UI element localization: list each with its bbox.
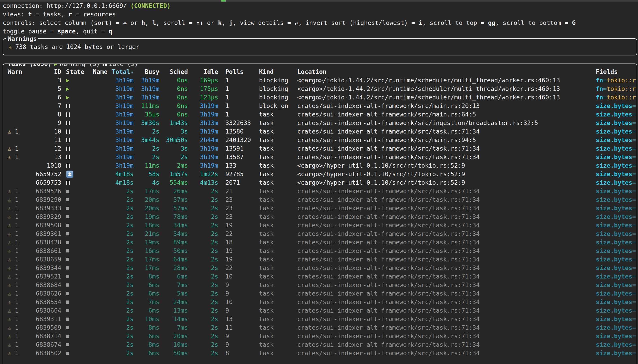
- cell-location: crates/sui-indexer-alt-framework/src/tas…: [293, 238, 591, 247]
- task-row[interactable]: 3▶3h19m3h19m0ns169µs1blocking<cargo>/tok…: [3, 76, 637, 84]
- cell-warn: ⚠ 1: [3, 187, 23, 196]
- field-key: size.bytes: [596, 102, 632, 109]
- cell-idle: 2s: [190, 264, 221, 272]
- task-row[interactable]: ⚠ 168395262s17ms26ms2s21taskcrates/sui-i…: [3, 187, 637, 196]
- cell-busy: 111ms: [136, 102, 162, 110]
- task-row[interactable]: 93h19m3m30s1m43s3h13m3322633taskcrates/s…: [3, 119, 637, 127]
- task-row[interactable]: ⚠ 1123h19m2s3s3h19m13591taskcrates/sui-i…: [3, 144, 637, 153]
- tasks-panel: Tasks (2056) ▶ Running (3) Idle (9) Warn…: [3, 64, 637, 364]
- cell-task-id: 6838659: [23, 255, 63, 264]
- cell-idle: 3h19m: [190, 110, 221, 119]
- task-row[interactable]: ⚠ 168393332s20ms57ms2s23taskcrates/sui-i…: [3, 204, 637, 212]
- task-row[interactable]: ⚠ 1103h19m2s3s3h19m13580taskcrates/sui-i…: [3, 127, 637, 136]
- task-row[interactable]: ⚠ 168386642s6ms13ms2s9taskcrates/sui-ind…: [3, 306, 637, 315]
- cell-busy: 3m30s: [136, 119, 162, 127]
- cell-polls: 23: [221, 212, 254, 221]
- cell-kind: block_on: [254, 102, 293, 110]
- cell-sched: 89ms: [162, 238, 190, 247]
- cell-kind: task: [254, 204, 293, 212]
- column-header-total[interactable]: Total▿: [110, 68, 136, 76]
- task-row[interactable]: 66597524m18s58s1m57s1m22s92785task<cargo…: [3, 170, 637, 178]
- task-row[interactable]: 66597534m18s4s554ms4m13s2071task<cargo>/…: [3, 178, 637, 187]
- cell-state: [63, 127, 90, 136]
- cell-fields: size.bytes=: [591, 281, 637, 289]
- tasks-panel-title: Tasks (2056): [8, 64, 52, 68]
- task-row[interactable]: 10183h19m11ms2ms3h19m133task<cargo>/hype…: [3, 161, 637, 170]
- field-key: size.bytes: [596, 307, 632, 314]
- column-header-fields[interactable]: Fields: [591, 68, 637, 76]
- cell-idle: 2s: [190, 289, 221, 298]
- cell-sched: 3s: [162, 144, 190, 153]
- task-row[interactable]: ⚠ 168395212s8ms6ms2s10taskcrates/sui-ind…: [3, 272, 637, 281]
- cell-fields: size.bytes=: [591, 349, 637, 358]
- field-key: size.bytes: [596, 154, 632, 160]
- field-key: fn: [596, 94, 603, 101]
- cell-warn: ⚠ 1: [3, 332, 23, 340]
- cell-state: [63, 264, 90, 272]
- cell-kind: task: [254, 153, 293, 161]
- task-row[interactable]: ⚠ 168393442s17ms28ms2s22taskcrates/sui-i…: [3, 264, 637, 272]
- cell-location: crates/sui-indexer-alt-framework/src/mai…: [293, 102, 591, 110]
- cell-sched: 20ms: [162, 332, 190, 340]
- cell-busy: 19ms: [136, 212, 162, 221]
- cell-name: [90, 281, 110, 289]
- warning-triangle-icon: ⚠: [8, 307, 11, 314]
- warning-triangle-icon: ⚠: [8, 213, 11, 220]
- task-row[interactable]: ⚠ 168385022s6ms50ms2s8taskcrates/sui-ind…: [3, 349, 637, 358]
- warning-triangle-icon: ⚠: [8, 43, 12, 51]
- cell-total: 2s: [110, 264, 136, 272]
- task-row[interactable]: ⚠ 168395082s18ms34ms2s19taskcrates/sui-i…: [3, 221, 637, 230]
- running-play-icon: ▶: [54, 64, 58, 68]
- state-idle-pause-icon: [66, 104, 70, 108]
- task-row[interactable]: ⚠ 168392902s20ms37ms2s23taskcrates/sui-i…: [3, 196, 637, 204]
- cell-task-id: 6839301: [23, 230, 63, 238]
- task-row[interactable]: 6▶3h19m3h19m0ns123µs1blocking<cargo>/tok…: [3, 93, 637, 102]
- task-row[interactable]: ⚠ 168395092s8ms7ms2s11taskcrates/sui-ind…: [3, 324, 637, 332]
- cell-task-id: 7: [23, 102, 63, 110]
- column-header-id[interactable]: ID: [23, 68, 63, 76]
- cell-kind: task: [254, 187, 293, 196]
- cell-total: 2s: [110, 315, 136, 324]
- cell-polls: 3322633: [221, 119, 254, 127]
- warning-triangle-icon: ⚠: [8, 205, 11, 212]
- task-row[interactable]: 113h19m3m44s30m50s2h44m2401320taskcrates…: [3, 136, 637, 144]
- task-row[interactable]: ⚠ 168393012s21ms34ms2s22taskcrates/sui-i…: [3, 230, 637, 238]
- cell-location: crates/sui-indexer-alt-framework/src/tas…: [293, 306, 591, 315]
- column-header-name[interactable]: Name: [90, 68, 110, 76]
- task-row[interactable]: ⚠ 168386742s8ms10ms2s9taskcrates/sui-ind…: [3, 340, 637, 349]
- cell-kind: task: [254, 119, 293, 127]
- column-header-polls[interactable]: Polls: [221, 68, 254, 76]
- task-row[interactable]: 5▶3h19m3h19m0ns175µs1blocking<cargo>/tok…: [3, 84, 637, 93]
- cell-total: 3h19m: [110, 119, 136, 127]
- cell-location: crates/sui-indexer-alt-framework/src/tas…: [293, 340, 591, 349]
- column-header-idle[interactable]: Idle: [190, 68, 221, 76]
- task-row[interactable]: ⚠ 168393292s19ms78ms2s23taskcrates/sui-i…: [3, 212, 637, 221]
- task-row[interactable]: ⚠ 168385542s7ms24ms2s10taskcrates/sui-in…: [3, 298, 637, 306]
- cell-state: [63, 340, 90, 349]
- task-row[interactable]: ⚠ 168384282s19ms89ms2s18taskcrates/sui-i…: [3, 238, 637, 247]
- cell-busy: 6ms: [136, 281, 162, 289]
- column-header-kind[interactable]: Kind: [254, 68, 293, 76]
- column-header-sched[interactable]: Sched: [162, 68, 190, 76]
- state-idle-pause-icon: [66, 130, 70, 134]
- cell-busy: 21ms: [136, 230, 162, 238]
- column-header-warn[interactable]: Warn: [3, 68, 23, 76]
- task-row[interactable]: 83h19m35µs0ns3h19m1taskcrates/sui-indexe…: [3, 110, 637, 119]
- task-row[interactable]: ⚠ 168387142s6ms20ms2s9taskcrates/sui-ind…: [3, 332, 637, 340]
- task-row[interactable]: 73h19m111ms0ns3h19m1block_oncrates/sui-i…: [3, 102, 637, 110]
- column-header-state[interactable]: State: [63, 68, 90, 76]
- warning-triangle-icon: ⚠: [8, 290, 11, 297]
- task-row[interactable]: ⚠ 168393112s10ms14ms2s13taskcrates/sui-i…: [3, 315, 637, 324]
- task-row[interactable]: ⚠ 168386262s6ms5ms2s9taskcrates/sui-inde…: [3, 289, 637, 298]
- task-row[interactable]: ⚠ 168386612s16ms50ms2s19taskcrates/sui-i…: [3, 247, 637, 255]
- task-row[interactable]: ⚠ 1133h19m2s2s3h19m13587taskcrates/sui-i…: [3, 153, 637, 161]
- task-row[interactable]: ⚠ 168386592s17ms64ms2s19taskcrates/sui-i…: [3, 255, 637, 264]
- column-header-location[interactable]: Location: [293, 68, 591, 76]
- cell-total: 3h19m: [110, 161, 136, 170]
- cell-warn: ⚠ 1: [3, 144, 23, 153]
- cell-idle: 2s: [190, 212, 221, 221]
- cell-polls: 13587: [221, 153, 254, 161]
- task-row[interactable]: ⚠ 168386842s6ms7ms2s9taskcrates/sui-inde…: [3, 281, 637, 289]
- state-idle-pause-icon: [66, 146, 70, 151]
- column-header-busy[interactable]: Busy: [136, 68, 162, 76]
